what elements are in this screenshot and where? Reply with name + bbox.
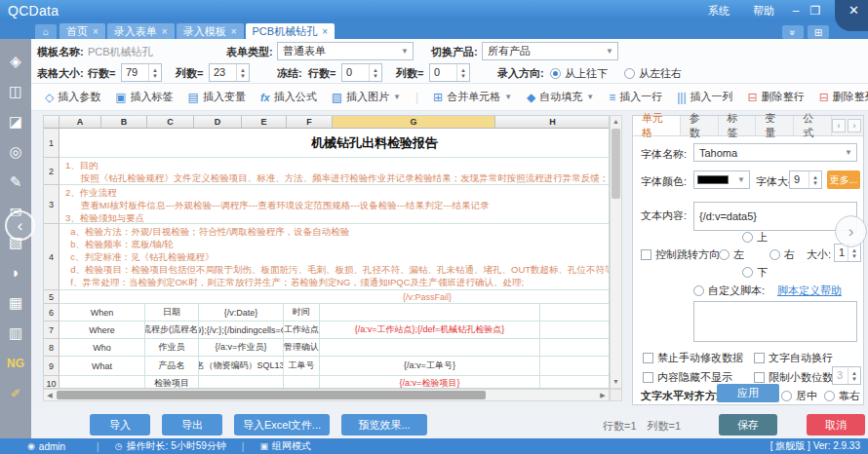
sheet-cell[interactable]: {/a:v=工单号} xyxy=(320,357,540,376)
decimal-stepper[interactable]: 3▲▼ xyxy=(832,366,861,385)
row-header-4[interactable]: 4 xyxy=(44,224,59,290)
tools-icon[interactable]: ✐ xyxy=(7,385,24,402)
jump-up-radio[interactable]: 上 xyxy=(742,230,768,245)
merge-cells-button[interactable]: ⊞合并单元格▼ xyxy=(433,90,512,104)
collapse-left-arrow-button[interactable]: ‹ xyxy=(5,210,35,241)
tab-close-icon[interactable]: × xyxy=(322,26,328,37)
sheet-cell[interactable]: 2、作业流程 查看MI核对板件信息---外观检验---调程序---查看环境设定范… xyxy=(59,185,610,224)
apply-button[interactable]: 应用 xyxy=(717,384,779,402)
insert-label-button[interactable]: ▣插入标签 xyxy=(115,90,173,104)
switch-product-select[interactable]: 所有产品▼ xyxy=(482,42,618,60)
sheet-cell[interactable] xyxy=(284,376,320,389)
menu-help[interactable]: 帮助 xyxy=(741,4,786,19)
home-tab-icon[interactable]: ⌂ xyxy=(35,24,57,39)
script-textarea[interactable] xyxy=(693,301,857,342)
scroll-left-icon[interactable]: ◀ xyxy=(44,392,56,399)
custom-script-radio[interactable]: 自定义脚本: xyxy=(693,284,765,298)
corner-cell[interactable] xyxy=(44,116,59,129)
decimal-limit-checkbox[interactable]: 限制小数位数: xyxy=(754,370,836,385)
column-header-B[interactable]: B xyxy=(101,116,147,129)
sheet-cell[interactable]: 1、目的 按照《钻孔检验规程》文件定义检验项目、标准、方法、频率进行检验作业并记… xyxy=(59,158,610,185)
sheet-cell[interactable] xyxy=(540,339,610,357)
direction-left-right-radio[interactable]: 从左往右 xyxy=(624,66,682,81)
minimize-button[interactable]: – xyxy=(786,4,806,18)
row-header-8[interactable]: 8 xyxy=(44,339,59,357)
cancel-button[interactable]: 取消 xyxy=(807,414,865,435)
insert-row-button[interactable]: ≡插入一行 xyxy=(609,90,662,104)
row-header-10[interactable]: 10 xyxy=(44,376,59,389)
sheet-cell[interactable]: 机械钻孔出料检验报告 xyxy=(59,129,610,158)
column-header-A[interactable]: A xyxy=(59,116,101,129)
save-button[interactable]: 保存 xyxy=(719,414,777,435)
font-color-select[interactable]: ▼ xyxy=(693,170,750,189)
target-icon[interactable]: ◎ xyxy=(7,143,24,161)
jump-direction-checkbox[interactable]: 控制跳转方向: xyxy=(641,247,723,262)
horizontal-scrollbar[interactable]: ◀ ▶ xyxy=(43,389,610,401)
tab-grid-button[interactable]: ⊞ xyxy=(808,25,829,39)
panel-tab-单元格[interactable]: 单元格 xyxy=(633,116,681,135)
tab-3[interactable]: 录入模板× xyxy=(177,23,244,39)
column-header-G[interactable]: G xyxy=(333,116,495,129)
spinner-arrows-icon[interactable]: ▲▼ xyxy=(369,64,381,81)
sheet-cell[interactable]: a、检验方法：外观/目视检验；符合性/调取检验程序，设备自动检验 b、检验频率：… xyxy=(59,224,610,290)
insert-image-button[interactable]: ▧插入图片▼ xyxy=(332,90,401,104)
horizontal-scroll-thumb[interactable] xyxy=(57,391,486,399)
sheet-cell[interactable] xyxy=(540,304,610,322)
column-header-F[interactable]: F xyxy=(287,116,333,129)
sheet-cell[interactable]: 工作站点 xyxy=(284,322,320,339)
import-excel-button[interactable]: 导入Excel文件... xyxy=(234,414,330,435)
text-content-input[interactable]: {/d:v=data5} xyxy=(693,202,857,231)
sheet-cell[interactable]: 作业员 xyxy=(145,339,199,357)
tag-icon[interactable]: ◈ xyxy=(7,53,24,70)
row-header-5[interactable]: 5 xyxy=(44,290,59,304)
collapse-tabs-button[interactable]: » xyxy=(782,25,804,39)
tab-close-icon[interactable]: × xyxy=(231,26,237,37)
font-name-select[interactable]: Tahoma▼ xyxy=(693,143,857,162)
spinner-arrows-icon[interactable]: ▲▼ xyxy=(809,171,821,188)
row-header-7[interactable]: 7 xyxy=(44,322,59,339)
spinner-arrows-icon[interactable]: ▲▼ xyxy=(848,367,860,384)
sheet-cell[interactable]: 管理确认 xyxy=(284,339,320,357)
auto-fill-button[interactable]: ◆自动填充▼ xyxy=(527,90,594,104)
insert-variable-button[interactable]: ▤插入变量 xyxy=(188,90,246,104)
sheet-cell[interactable]: 检验项目 xyxy=(145,376,199,389)
tab-close-icon[interactable]: × xyxy=(93,26,99,37)
sheet-cell[interactable] xyxy=(199,376,284,389)
spinner-arrows-icon[interactable]: ▲▼ xyxy=(236,64,249,81)
insert-column-button[interactable]: |||插入一列 xyxy=(677,90,732,104)
ng-icon[interactable]: NG xyxy=(7,355,24,372)
close-button[interactable]: ✕ xyxy=(848,3,859,18)
jump-left-radio[interactable]: 左 xyxy=(719,247,744,262)
pager-next-icon[interactable]: › xyxy=(848,119,861,132)
pager-prev-icon[interactable]: ‹ xyxy=(832,119,846,132)
panel-tab-公式[interactable]: 公式 xyxy=(794,116,832,135)
sheet-cell[interactable]: 工单号 xyxy=(284,357,320,376)
sheet-cell[interactable]: When xyxy=(59,304,145,322)
sheet-cell[interactable]: {/a:v=作业员} xyxy=(199,339,284,357)
row-header-1[interactable]: 1 xyxy=(44,129,59,158)
delete-column-button[interactable]: ⊟删除整列 xyxy=(819,90,868,104)
spreadsheet[interactable]: ABCDEFGH1机械钻孔出料检验报告21、目的 按照《钻孔检验规程》文件定义检… xyxy=(43,115,610,389)
database-icon[interactable]: ◗ xyxy=(7,264,24,282)
sheet-cell[interactable]: 产品名 xyxy=(145,357,199,376)
word-wrap-checkbox[interactable]: 文字自动换行 xyxy=(754,351,833,365)
freeze-rows-stepper[interactable]: 0▲▼ xyxy=(341,63,382,82)
scroll-down-icon[interactable]: ▼ xyxy=(611,376,621,388)
no-manual-edit-checkbox[interactable]: 禁止手动修改数据 xyxy=(643,351,743,365)
row-header-6[interactable]: 6 xyxy=(44,304,59,322)
sheet-cell[interactable] xyxy=(320,339,540,357)
sheet-cell[interactable] xyxy=(540,322,610,339)
column-header-C[interactable]: C xyxy=(147,116,194,129)
export-button[interactable]: 导出 xyxy=(162,414,222,435)
jump-down-radio[interactable]: 下 xyxy=(742,265,768,280)
preview-button[interactable]: 预览效果... xyxy=(341,414,427,435)
sheet-cell[interactable]: {/v:PassFail} xyxy=(59,290,610,304)
sheet-cell[interactable]: 流程步(流程名) xyxy=(145,322,199,339)
row-header-3[interactable]: 3 xyxy=(44,185,59,224)
sheet-cell[interactable] xyxy=(320,304,540,322)
sliders-icon[interactable]: ◫ xyxy=(7,83,24,100)
panel-tab-变量[interactable]: 变量 xyxy=(756,116,794,135)
freeze-cols-stepper[interactable]: 0▲▼ xyxy=(429,63,470,82)
sheet-cell[interactable]: {/v:Date} xyxy=(199,304,284,322)
sheet-cell[interactable] xyxy=(540,376,610,389)
